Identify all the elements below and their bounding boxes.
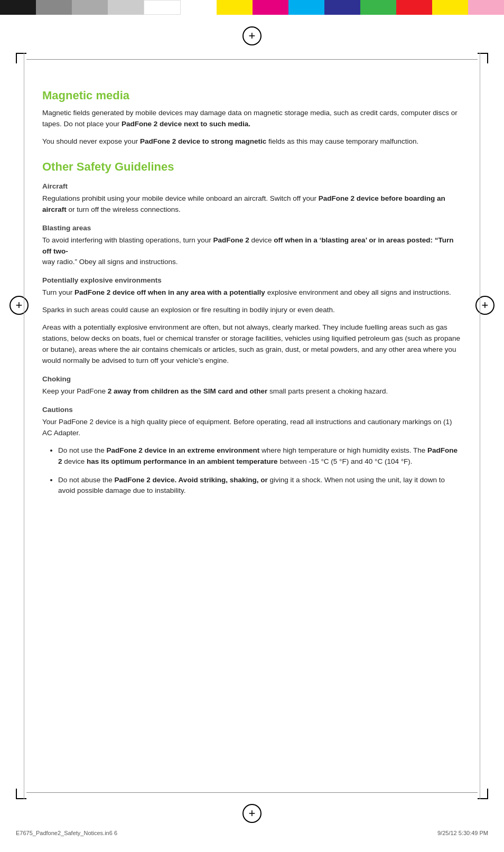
magnetic-para2-text: You should never expose your (42, 137, 140, 145)
color-seg-black1 (0, 0, 36, 15)
h-line-top (26, 59, 478, 60)
bullet-item-2: Do not abuse the PadFone 2 device. Avoid… (58, 475, 462, 497)
v-line-right (480, 53, 480, 799)
magnetic-para1: Magnetic fields generated by mobile devi… (42, 108, 462, 130)
blasting-para: To avoid interfering with blasting opera… (42, 235, 462, 268)
aircraft-para: Regulations prohibit using your mobile d… (42, 193, 462, 216)
footer: E7675_Padfone2_Safety_Notices.in6 6 9/25… (0, 830, 504, 836)
choking-para: Keep your PadFone 2 away from children a… (42, 386, 462, 397)
explosive-para1-bold: PadFone 2 device off when in any area wi… (74, 288, 265, 296)
reg-corner-bl (16, 789, 26, 799)
bullet1-bold3: has its optimum performance in an ambien… (87, 457, 278, 465)
color-seg-gray2 (72, 0, 108, 15)
reg-corner-tr (478, 53, 488, 63)
main-content: Magnetic media Magnetic fields generated… (42, 89, 462, 497)
explosive-para1-start: Turn your (42, 288, 74, 296)
color-bar (0, 0, 504, 15)
sub-heading-choking: Choking (42, 375, 462, 383)
color-seg-yellow2 (432, 0, 468, 15)
footer-right: 9/25/12 5:30:49 PM (437, 830, 488, 836)
section-heading-safety: Other Safety Guidelines (42, 160, 462, 174)
aircraft-para-end: or turn off the wireless connections. (67, 205, 181, 213)
bullet2-bold1: PadFone 2 device. Avoid striking, shakin… (115, 476, 268, 484)
cautions-para1: Your PadFone 2 device is a high quality … (42, 417, 462, 439)
choking-start: Keep your PadFone (42, 387, 108, 395)
bullet1-mid2: device (62, 457, 87, 465)
blasting-mid: device (249, 236, 274, 244)
magnetic-para2-bold: PadFone 2 device to strong magnetic (140, 137, 266, 145)
explosive-para1: Turn your PadFone 2 device off when in a… (42, 287, 462, 298)
color-seg-red (396, 0, 432, 15)
sub-heading-aircraft: Aircraft (42, 182, 462, 190)
crosshair-right (475, 296, 494, 315)
bullet1-start: Do not use the (58, 446, 107, 454)
section-heading-magnetic: Magnetic media (42, 89, 462, 102)
blasting-end: way radio.” Obey all signs and instructi… (42, 258, 178, 266)
v-line-left (24, 53, 24, 799)
explosive-para1-end: explosive environment and obey all signs… (265, 288, 451, 296)
blasting-start: To avoid interfering with blasting opera… (42, 236, 213, 244)
crosshair-top (242, 26, 262, 45)
footer-left: E7675_Padfone2_Safety_Notices.in6 6 (16, 830, 117, 836)
sub-heading-explosive: Potentially explosive environments (42, 276, 462, 284)
crosshair-left (10, 296, 29, 315)
reg-corner-tl (16, 53, 26, 63)
color-seg-white2 (181, 0, 217, 15)
color-seg-green (360, 0, 396, 15)
bullet1-bold1: PadFone 2 device in an extreme environme… (107, 446, 260, 454)
bullet1-mid: where high temperature or high humidity … (259, 446, 427, 454)
color-seg-gray3 (108, 0, 144, 15)
color-seg-navy (324, 0, 360, 15)
magnetic-para1-bold: PadFone 2 device next to such media. (122, 120, 250, 128)
choking-bold: 2 away from children as the SIM card and… (108, 387, 267, 395)
color-seg-gray1 (36, 0, 72, 15)
reg-corner-br (478, 789, 488, 799)
bullet-item-1: Do not use the PadFone 2 device in an ex… (58, 445, 462, 467)
h-line-bottom (26, 792, 478, 793)
choking-end: small parts present a choking hazard. (267, 387, 388, 395)
color-seg-pink (468, 0, 504, 15)
bullet2-start: Do not abuse the (58, 476, 115, 484)
color-seg-cyan (288, 0, 324, 15)
blasting-bold1: PadFone 2 (213, 236, 249, 244)
color-seg-white (144, 0, 181, 15)
crosshair-bottom (242, 804, 262, 823)
explosive-para2: Sparks in such areas could cause an expl… (42, 305, 462, 316)
color-seg-magenta (253, 0, 288, 15)
explosive-para3: Areas with a potentially explosive envir… (42, 322, 462, 367)
aircraft-para-start: Regulations prohibit using your mobile d… (42, 194, 319, 202)
magnetic-para2: You should never expose your PadFone 2 d… (42, 136, 462, 147)
sub-heading-cautions: Cautions (42, 406, 462, 414)
sub-heading-blasting: Blasting areas (42, 224, 462, 232)
color-seg-yellow (217, 0, 253, 15)
bullet1-end: between -15 °C (5 °F) and 40 °C (104 °F)… (278, 457, 413, 465)
cautions-bullet-list: Do not use the PadFone 2 device in an ex… (58, 445, 462, 497)
magnetic-para2-end: fields as this may cause temporary malfu… (266, 137, 418, 145)
